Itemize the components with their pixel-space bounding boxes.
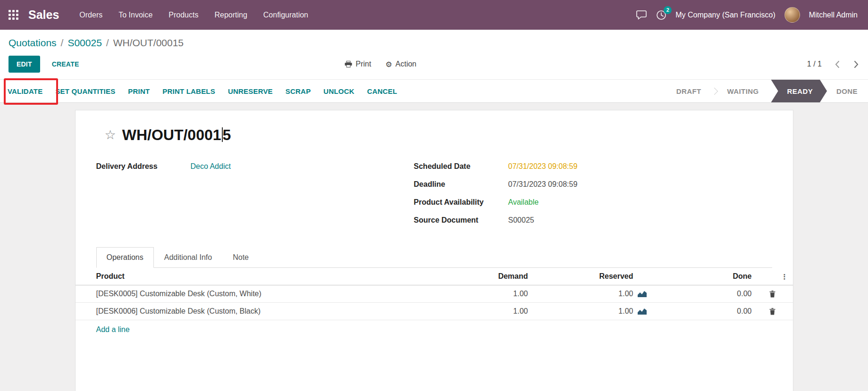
status-pipeline: DRAFT WAITING READY DONE — [667, 80, 868, 102]
availability-value: Available — [508, 197, 539, 208]
breadcrumb-separator: / — [106, 37, 109, 48]
forecast-chart-icon[interactable] — [638, 291, 647, 297]
field-source-document: Source Document S00025 — [414, 215, 772, 225]
top-navbar: Sales Orders To Invoice Products Reporti… — [0, 0, 868, 30]
print-menu-button[interactable]: Print — [345, 60, 371, 69]
company-switcher[interactable]: My Company (San Francisco) — [675, 11, 775, 19]
record-title-text-end: 5 — [223, 126, 231, 143]
print-button[interactable]: PRINT — [128, 87, 150, 95]
col-header-reserved[interactable]: Reserved — [528, 268, 647, 285]
field-label: Source Document — [414, 215, 508, 225]
breadcrumb-separator: / — [61, 37, 64, 48]
breadcrumb-quotations[interactable]: Quotations — [8, 37, 57, 48]
statusbar: VALIDATE SET QUANTITIES PRINT PRINT LABE… — [0, 79, 868, 103]
forecast-chart-icon[interactable] — [638, 308, 647, 315]
product-cell: [DESK0005] Customizable Desk (Custom, Wh… — [76, 285, 443, 302]
cancel-button[interactable]: CANCEL — [367, 87, 397, 95]
col-header-actions: ⋮ — [752, 273, 793, 280]
operations-table: Product Demand Reserved Done ⋮ [DESK0005… — [76, 268, 793, 339]
reserved-cell: 1.00 — [528, 285, 647, 302]
record-title: WH/OUT/00015 — [122, 126, 231, 144]
reserved-value: 1.00 — [618, 290, 633, 298]
delete-row-trash-icon[interactable] — [769, 290, 776, 298]
menu-to-invoice[interactable]: To Invoice — [110, 0, 160, 30]
reserved-cell: 1.00 — [528, 303, 647, 320]
pager-previous-button[interactable] — [834, 59, 841, 69]
app-name[interactable]: Sales — [28, 8, 59, 22]
pager-value[interactable]: 1 / 1 — [807, 60, 822, 68]
control-panel-buttons: EDIT CREATE Print ⚙ Action 1 / 1 — [8, 50, 860, 79]
print-labels-button[interactable]: PRINT LABELS — [162, 87, 215, 95]
col-header-demand[interactable]: Demand — [443, 268, 528, 285]
field-label: Delivery Address — [96, 161, 191, 172]
main-menu: Orders To Invoice Products Reporting Con… — [71, 0, 316, 30]
action-menu-label: Action — [396, 60, 416, 68]
row-actions — [752, 308, 793, 315]
table-row[interactable]: [DESK0006] Customizable Desk (Custom, Bl… — [76, 303, 793, 320]
unlock-button[interactable]: UNLOCK — [323, 87, 354, 95]
navbar-systray: 2 My Company (San Francisco) Mitchell Ad… — [636, 7, 858, 23]
activity-menu-button[interactable]: 2 — [656, 10, 666, 20]
title-row: ☆ WH/OUT/00015 — [96, 126, 772, 144]
edit-button[interactable]: EDIT — [8, 56, 40, 73]
notebook-tabs: Operations Additional Info Note — [96, 247, 772, 268]
stage-draft: DRAFT — [667, 80, 711, 102]
action-menu-button[interactable]: ⚙ Action — [385, 60, 416, 69]
pager-next-button[interactable] — [853, 59, 860, 69]
create-button[interactable]: CREATE — [52, 60, 79, 68]
col-header-product[interactable]: Product — [76, 269, 443, 283]
activity-badge: 2 — [664, 6, 672, 14]
scrap-button[interactable]: SCRAP — [286, 87, 311, 95]
chevron-left-icon — [835, 60, 840, 68]
breadcrumb-current: WH/OUT/00015 — [113, 37, 184, 48]
deadline-value: 07/31/2023 09:08:59 — [508, 179, 578, 190]
field-groups: Delivery Address Deco Addict Scheduled D… — [96, 161, 772, 233]
add-a-line-button[interactable]: Add a line — [76, 320, 130, 339]
done-cell: 0.00 — [647, 303, 752, 320]
menu-configuration[interactable]: Configuration — [255, 0, 316, 30]
stage-ready: READY — [771, 80, 827, 102]
user-menu[interactable]: Mitchell Admin — [809, 11, 858, 19]
chevron-right-icon — [854, 60, 859, 68]
form-sheet: ☆ WH/OUT/00015 Delivery Address Deco Add… — [75, 110, 793, 391]
col-header-done[interactable]: Done — [647, 268, 752, 285]
field-product-availability: Product Availability Available — [414, 197, 772, 208]
field-group-right: Scheduled Date 07/31/2023 09:08:59 Deadl… — [414, 161, 772, 233]
field-deadline: Deadline 07/31/2023 09:08:59 — [414, 179, 772, 190]
demand-cell: 1.00 — [443, 285, 528, 302]
done-cell: 0.00 — [647, 285, 752, 302]
form-view-background: ☆ WH/OUT/00015 Delivery Address Deco Add… — [0, 103, 868, 391]
row-actions — [752, 290, 793, 298]
unreserve-button[interactable]: UNRESERVE — [228, 87, 273, 95]
menu-orders[interactable]: Orders — [71, 0, 110, 30]
messages-icon[interactable] — [636, 10, 647, 20]
tab-additional-info[interactable]: Additional Info — [154, 247, 222, 268]
demand-cell: 1.00 — [443, 303, 528, 320]
product-cell: [DESK0006] Customizable Desk (Custom, Bl… — [76, 303, 443, 320]
breadcrumb-sale-order[interactable]: S00025 — [67, 37, 101, 48]
favorite-star-icon[interactable]: ☆ — [105, 129, 116, 141]
stage-waiting: WAITING — [718, 80, 768, 102]
field-scheduled-date: Scheduled Date 07/31/2023 09:08:59 — [414, 161, 772, 172]
set-quantities-button[interactable]: SET QUANTITIES — [55, 87, 115, 95]
menu-reporting[interactable]: Reporting — [206, 0, 255, 30]
field-group-left: Delivery Address Deco Addict — [96, 161, 414, 233]
avatar[interactable] — [784, 7, 800, 23]
workflow-buttons: VALIDATE SET QUANTITIES PRINT PRINT LABE… — [8, 87, 397, 95]
control-panel: Quotations/S00025/WH/OUT/00015 EDIT CREA… — [0, 30, 868, 79]
table-header-row: Product Demand Reserved Done ⋮ — [76, 268, 793, 285]
stage-done: DONE — [827, 80, 868, 102]
menu-products[interactable]: Products — [160, 0, 206, 30]
tab-operations[interactable]: Operations — [96, 247, 154, 268]
optional-columns-toggle[interactable]: ⋮ — [781, 273, 788, 280]
field-label: Deadline — [414, 179, 508, 190]
delete-row-trash-icon[interactable] — [769, 308, 776, 315]
apps-menu-button[interactable] — [8, 10, 19, 20]
pager: 1 / 1 — [807, 59, 860, 69]
table-row[interactable]: [DESK0005] Customizable Desk (Custom, Wh… — [76, 285, 793, 303]
delivery-address-link[interactable]: Deco Addict — [191, 161, 231, 172]
field-delivery-address: Delivery Address Deco Addict — [96, 161, 414, 172]
action-menus: Print ⚙ Action — [345, 60, 417, 69]
validate-button[interactable]: VALIDATE — [8, 87, 42, 95]
tab-note[interactable]: Note — [222, 247, 259, 268]
